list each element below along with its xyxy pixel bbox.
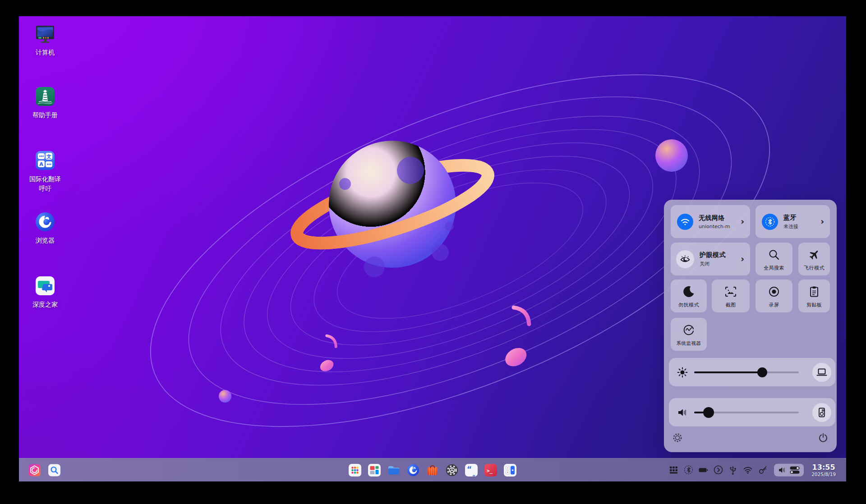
desktop-icon-label: 浏览器	[36, 236, 55, 245]
svg-text:÷: ÷	[507, 466, 509, 470]
launcher-button[interactable]	[28, 463, 41, 477]
brightness-slider[interactable]	[694, 371, 799, 373]
screen-record-label: 录屏	[755, 302, 792, 308]
audio-device-button[interactable]	[812, 403, 831, 422]
display-device-button[interactable]	[812, 363, 831, 382]
volume-slider[interactable]	[694, 412, 799, 413]
calculator-icon[interactable]: ÷ ×	[503, 463, 517, 477]
battery-icon[interactable]	[698, 465, 708, 475]
voice-notes-icon[interactable]: “ „	[465, 463, 478, 477]
system-monitor-tile[interactable]: 系统监视器	[671, 318, 707, 351]
monitor-gauge-icon	[682, 323, 696, 337]
grand-search-button[interactable]	[48, 463, 61, 477]
sun-icon	[676, 366, 689, 379]
deepin-home-icon	[34, 275, 56, 297]
music-note-small	[313, 334, 341, 374]
settings-button[interactable]	[669, 430, 686, 446]
airplane-mode-tile[interactable]: 飞行模式	[798, 243, 830, 275]
wifi-title: 无线网络	[699, 214, 730, 222]
keyring-icon[interactable]	[758, 465, 768, 475]
settings-icon	[673, 433, 682, 443]
music-note-large	[491, 305, 539, 371]
control-center-panel: 无线网络 uniontech-m › 蓝牙 未连接 ›	[664, 200, 837, 452]
volume-row	[669, 398, 835, 426]
dock: “ „ >_ ÷ ×	[348, 463, 517, 477]
tiny-planet	[219, 390, 231, 403]
taskbar: “ „ >_ ÷ ×	[19, 458, 846, 481]
control-center-footer	[664, 430, 837, 446]
chevron-right-icon[interactable]: ›	[741, 216, 744, 226]
desktop-icon-translator[interactable]: 文 A 国际化翻译呼吁	[20, 150, 70, 193]
eye-protection-title: 护眼模式	[700, 251, 726, 259]
desktop: 计算机 帮助手册 文 A	[19, 16, 846, 481]
app-store-icon[interactable]	[426, 463, 439, 477]
desktop-icon-label: 计算机	[36, 48, 55, 57]
clipboard-tile[interactable]: 剪贴板	[798, 279, 830, 312]
screenshot-label: 截图	[712, 302, 750, 308]
brightness-fill	[694, 371, 762, 373]
svg-text:A: A	[39, 161, 43, 167]
record-icon	[767, 284, 781, 299]
dnd-mode-label: 勿扰模式	[671, 302, 707, 308]
desktop-icon-label: 帮助手册	[32, 110, 58, 120]
clock-time: 13:55	[811, 463, 836, 471]
desktop-icon-help-manual[interactable]: 帮助手册	[20, 86, 70, 120]
speaker-tray-icon	[778, 465, 787, 474]
computer-icon	[34, 23, 56, 45]
browser-dock-icon[interactable]	[406, 463, 420, 477]
multitasking-view-icon[interactable]	[368, 463, 381, 477]
desktop-icon-label: 国际化翻译呼吁	[29, 174, 61, 193]
global-search-label: 全局搜索	[755, 265, 792, 271]
power-icon	[818, 432, 829, 443]
desktop-icon-computer[interactable]: 计算机	[20, 23, 70, 57]
clipboard-label: 剪贴板	[798, 302, 830, 308]
file-manager-icon[interactable]	[387, 463, 401, 477]
svg-text:文: 文	[46, 154, 51, 160]
eye-protection-tile[interactable]: 护眼模式 关闭 ›	[671, 243, 750, 275]
airplane-icon	[807, 247, 821, 262]
toggles-icon	[789, 465, 800, 474]
wifi-network-name: uniontech-m	[699, 224, 730, 229]
wifi-tray-icon[interactable]	[743, 465, 753, 475]
laptop-icon	[815, 366, 828, 379]
screenshot-icon	[724, 284, 737, 299]
global-search-tile[interactable]: 全局搜索	[755, 243, 792, 275]
eye-icon	[676, 250, 694, 268]
chevron-right-icon[interactable]: ›	[820, 216, 824, 226]
chevron-right-icon[interactable]: ›	[741, 254, 744, 264]
clock[interactable]: 13:55 2025/8/19	[811, 463, 836, 477]
svg-text:„: „	[472, 472, 475, 477]
dnd-mode-tile[interactable]: 勿扰模式	[671, 279, 707, 312]
bluetooth-tile[interactable]: 蓝牙 未连接 ›	[755, 205, 830, 238]
bluetooth-tray-icon[interactable]	[683, 465, 693, 475]
usb-icon[interactable]	[728, 465, 738, 475]
svg-text:>_: >_	[487, 467, 493, 473]
clipboard-icon	[807, 284, 821, 299]
saturn-planet	[290, 141, 495, 277]
terminal-icon[interactable]: >_	[484, 463, 497, 477]
bluetooth-title: 蓝牙	[783, 214, 798, 222]
moon-icon	[682, 284, 696, 299]
desktop-icon-browser[interactable]: 浏览器	[20, 211, 70, 245]
desktop-icon-deepin-home[interactable]: 深度之家	[20, 275, 70, 309]
clock-date: 2025/8/19	[811, 472, 836, 477]
screen-record-tile[interactable]: 录屏	[755, 279, 792, 312]
airplane-mode-label: 飞行模式	[798, 265, 830, 271]
help-manual-icon	[34, 86, 56, 107]
expand-chevron-icon[interactable]	[713, 465, 723, 475]
screenshot-tile[interactable]: 截图	[712, 279, 750, 312]
speaker-box-icon	[815, 406, 828, 419]
power-button[interactable]	[815, 430, 831, 446]
volume-knob[interactable]	[703, 407, 714, 418]
system-monitor-label: 系统监视器	[671, 340, 707, 347]
sound-settings-group[interactable]	[774, 463, 804, 476]
control-center-gear-icon[interactable]	[445, 463, 459, 477]
brightness-knob[interactable]	[757, 367, 767, 377]
svg-text:×: ×	[507, 471, 509, 474]
wifi-tile[interactable]: 无线网络 uniontech-m ›	[671, 205, 750, 238]
bluetooth-icon	[762, 214, 778, 230]
search-icon	[767, 247, 781, 262]
onboard-keyboard-icon[interactable]	[668, 465, 678, 475]
all-apps-grid-icon[interactable]	[348, 463, 362, 477]
bluetooth-status: 未连接	[783, 223, 798, 230]
